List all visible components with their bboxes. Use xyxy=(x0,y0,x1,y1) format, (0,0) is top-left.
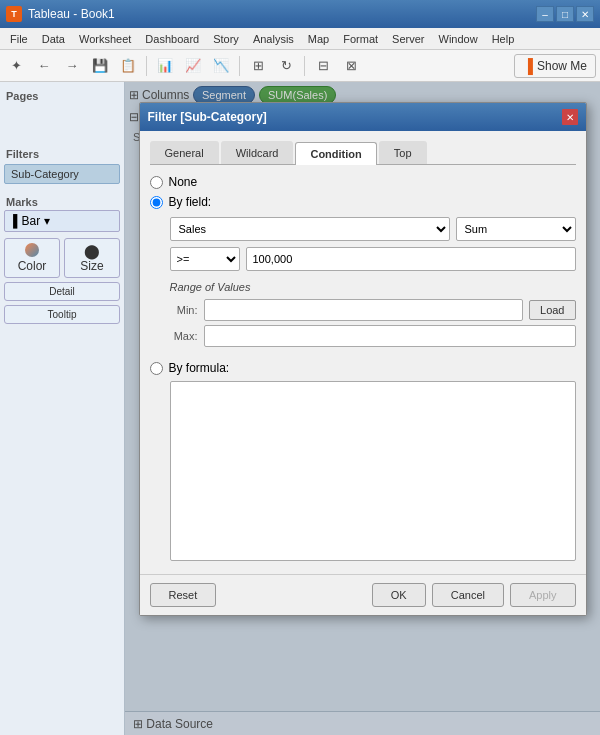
sales-field-select[interactable]: Sales xyxy=(170,217,450,241)
operator-select[interactable]: >= <= > < = xyxy=(170,247,240,271)
toolbar-forward-btn[interactable]: → xyxy=(60,54,84,78)
reset-button[interactable]: Reset xyxy=(150,583,217,607)
field-selectors-row: Sales Sum xyxy=(150,217,576,241)
min-row: Min: Load xyxy=(170,299,576,321)
menu-analysis[interactable]: Analysis xyxy=(247,31,300,47)
menu-server[interactable]: Server xyxy=(386,31,430,47)
main-area: Pages Filters Sub-Category Marks ▐ Bar ▾… xyxy=(0,82,600,735)
color-label: Color xyxy=(7,259,57,273)
content-area: ⊞ Columns Segment SUM(Sales) ⊟ Rows ⊞ Su… xyxy=(125,82,600,735)
range-title: Range of Values xyxy=(170,281,576,293)
toolbar-add-btn[interactable]: ✦ xyxy=(4,54,28,78)
toolbar-copy-btn[interactable]: 📋 xyxy=(116,54,140,78)
dialog-footer: Reset OK Cancel Apply xyxy=(140,574,586,615)
window-title: Tableau - Book1 xyxy=(28,7,115,21)
toolbar-chart3-btn[interactable]: 📉 xyxy=(209,54,233,78)
marks-type-selector[interactable]: ▐ Bar ▾ xyxy=(4,210,120,232)
aggregation-select[interactable]: Sum xyxy=(456,217,576,241)
none-label: None xyxy=(169,175,198,189)
filters-title: Filters xyxy=(4,144,120,162)
menu-format[interactable]: Format xyxy=(337,31,384,47)
menu-window[interactable]: Window xyxy=(433,31,484,47)
size-label: Size xyxy=(67,259,117,273)
toolbar-save-btn[interactable]: 💾 xyxy=(88,54,112,78)
close-button[interactable]: ✕ xyxy=(576,6,594,22)
menu-dashboard[interactable]: Dashboard xyxy=(139,31,205,47)
max-input[interactable] xyxy=(204,325,576,347)
pages-title: Pages xyxy=(4,86,120,104)
marks-title: Marks xyxy=(4,192,120,210)
menu-file[interactable]: File xyxy=(4,31,34,47)
menu-story[interactable]: Story xyxy=(207,31,245,47)
marks-type-label: Bar xyxy=(22,214,41,228)
formula-textarea[interactable] xyxy=(170,381,576,561)
tab-top[interactable]: Top xyxy=(379,141,427,164)
marks-section: Marks ▐ Bar ▾ Color ⬤ Size Detail Toolti… xyxy=(4,192,120,324)
filter-subcategory[interactable]: Sub-Category xyxy=(4,164,120,184)
dialog-close-button[interactable]: ✕ xyxy=(562,109,578,125)
left-panel: Pages Filters Sub-Category Marks ▐ Bar ▾… xyxy=(0,82,125,735)
size-btn[interactable]: ⬤ Size xyxy=(64,238,120,278)
dialog-title-bar: Filter [Sub-Category] ✕ xyxy=(140,103,586,131)
menu-data[interactable]: Data xyxy=(36,31,71,47)
filter-dialog: Filter [Sub-Category] ✕ General Wildcard… xyxy=(139,102,587,616)
toolbar-sep-3 xyxy=(304,56,305,76)
color-btn[interactable]: Color xyxy=(4,238,60,278)
toolbar-chart2-btn[interactable]: 📈 xyxy=(181,54,205,78)
dialog-title: Filter [Sub-Category] xyxy=(148,110,267,124)
tab-wildcard[interactable]: Wildcard xyxy=(221,141,294,164)
by-formula-radio-row: By formula: xyxy=(150,361,576,375)
range-section: Range of Values Min: Load Max: xyxy=(150,281,576,347)
tab-general[interactable]: General xyxy=(150,141,219,164)
max-row: Max: xyxy=(170,325,576,347)
toolbar-chart1-btn[interactable]: 📊 xyxy=(153,54,177,78)
toolbar-refresh-btn[interactable]: ↻ xyxy=(274,54,298,78)
apply-button[interactable]: Apply xyxy=(510,583,576,607)
detail-btn[interactable]: Detail xyxy=(4,282,120,301)
radio-group: None By field: xyxy=(150,175,576,209)
toolbar-label-btn[interactable]: ⊠ xyxy=(339,54,363,78)
max-label: Max: xyxy=(170,330,198,342)
show-me-label: Show Me xyxy=(537,59,587,73)
toolbar-back-btn[interactable]: ← xyxy=(32,54,56,78)
menu-worksheet[interactable]: Worksheet xyxy=(73,31,137,47)
toolbar-sep-1 xyxy=(146,56,147,76)
dialog-overlay: Filter [Sub-Category] ✕ General Wildcard… xyxy=(125,82,600,735)
menu-help[interactable]: Help xyxy=(486,31,521,47)
bar-chart-icon: ▐ xyxy=(523,58,533,74)
marks-grid: Color ⬤ Size Detail Tooltip xyxy=(4,238,120,324)
by-formula-label: By formula: xyxy=(169,361,230,375)
tab-condition[interactable]: Condition xyxy=(295,142,376,165)
size-icon: ⬤ xyxy=(67,243,117,259)
color-icon xyxy=(25,243,39,257)
toolbar-sep-2 xyxy=(239,56,240,76)
min-input[interactable] xyxy=(204,299,524,321)
dialog-body: General Wildcard Condition Top None xyxy=(140,131,586,574)
show-me-button[interactable]: ▐ Show Me xyxy=(514,54,596,78)
toolbar-filter-btn[interactable]: ⊞ xyxy=(246,54,270,78)
toolbar: ✦ ← → 💾 📋 📊 📈 📉 ⊞ ↻ ⊟ ⊠ ▐ Show Me xyxy=(0,50,600,82)
maximize-button[interactable]: □ xyxy=(556,6,574,22)
load-button[interactable]: Load xyxy=(529,300,575,320)
none-radio[interactable] xyxy=(150,176,163,189)
title-bar: T Tableau - Book1 – □ ✕ xyxy=(0,0,600,28)
by-field-label: By field: xyxy=(169,195,212,209)
tooltip-btn[interactable]: Tooltip xyxy=(4,305,120,324)
tab-row: General Wildcard Condition Top xyxy=(150,141,576,165)
min-label: Min: xyxy=(170,304,198,316)
minimize-button[interactable]: – xyxy=(536,6,554,22)
app-icon: T xyxy=(6,6,22,22)
value-input[interactable] xyxy=(246,247,576,271)
menu-map[interactable]: Map xyxy=(302,31,335,47)
window-controls[interactable]: – □ ✕ xyxy=(536,6,594,22)
footer-btn-group: OK Cancel Apply xyxy=(372,583,576,607)
ok-button[interactable]: OK xyxy=(372,583,426,607)
by-field-radio[interactable] xyxy=(150,196,163,209)
cancel-button[interactable]: Cancel xyxy=(432,583,504,607)
by-formula-radio[interactable] xyxy=(150,362,163,375)
by-field-radio-row: By field: xyxy=(150,195,576,209)
toolbar-group-btn[interactable]: ⊟ xyxy=(311,54,335,78)
bar-chart-marks-icon: ▐ xyxy=(9,214,18,228)
marks-dropdown-icon: ▾ xyxy=(44,214,50,228)
none-radio-row: None xyxy=(150,175,576,189)
